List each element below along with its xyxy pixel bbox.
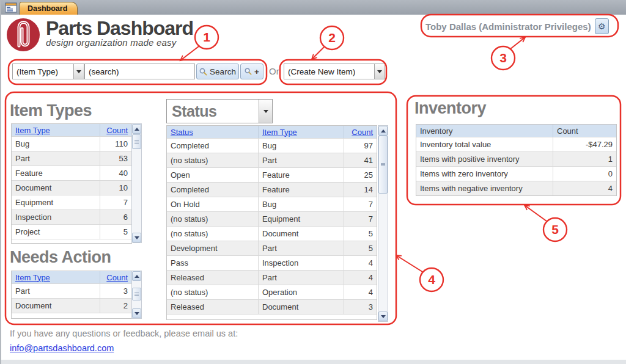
table-cell: Part [12, 284, 100, 298]
app-tagline: design organization made easy [46, 37, 193, 48]
inventory-table: InventoryCountInventory total value-$47.… [416, 124, 617, 196]
window-bottom-edge [1, 360, 626, 364]
table-cell: 110 [100, 137, 131, 151]
advanced-search-button[interactable]: + [240, 64, 263, 79]
svg-text:2: 2 [328, 31, 336, 45]
table-cell: Document [259, 300, 344, 314]
table-row: CompletedFeature14 [167, 182, 377, 197]
table-row: Items with positive inventory1 [416, 151, 616, 166]
scrollbar-thumb[interactable] [378, 136, 388, 194]
column-header: Inventory [416, 125, 553, 137]
arrow-down-icon [381, 315, 386, 318]
scroll-up-button[interactable] [378, 126, 388, 136]
table-cell: Document [12, 181, 100, 195]
app-logo: Parts Dashboard design organization made… [6, 18, 193, 52]
inventory-title: Inventory [414, 99, 486, 118]
item-type-dropdown-button[interactable] [73, 64, 84, 79]
table-cell: Equipment [12, 195, 100, 209]
item-types-scrollbar[interactable] [131, 123, 142, 243]
table-row: Part3 [12, 283, 131, 298]
scroll-up-button[interactable] [132, 124, 141, 134]
or-label: Or [269, 66, 279, 76]
scroll-down-button[interactable] [132, 233, 141, 242]
annotation-circle-2: 2 [320, 26, 344, 49]
status-view-value: Status [167, 103, 259, 120]
contact-email-link[interactable]: info@partsdashboard.com [10, 343, 114, 353]
table-cell: 3 [100, 284, 131, 298]
table-cell: Part [259, 271, 344, 285]
status-view-selector[interactable]: Status [166, 99, 273, 123]
table-cell: 40 [100, 166, 131, 180]
table-cell: Feature [259, 183, 344, 197]
table-cell: On Hold [167, 197, 259, 211]
table-cell: (no status) [167, 153, 259, 167]
tab-bar: Dashboard [1, 0, 626, 15]
column-header[interactable]: Item Type [12, 124, 100, 136]
table-row: ReleasedDocument3 [167, 299, 377, 314]
table-header-row: StatusItem TypeCount [167, 126, 377, 138]
table-row: (no status)Equipment7 [167, 211, 377, 226]
table-row: Feature40 [12, 166, 131, 180]
search-button[interactable]: Search [196, 64, 239, 79]
table-cell: 7 [100, 195, 131, 209]
scroll-down-button[interactable] [132, 308, 141, 318]
table-cell: Feature [12, 166, 100, 180]
create-new-item-dropdown-button[interactable] [374, 64, 385, 79]
scrollbar-thumb[interactable] [132, 134, 141, 149]
table-cell: 3 [344, 300, 377, 314]
table-cell: (no status) [167, 212, 259, 226]
search-icon [199, 68, 207, 76]
table-row: Items with negative inventory4 [416, 181, 616, 195]
column-header[interactable]: Count [100, 124, 131, 136]
annotation-arrow-4 [396, 255, 422, 272]
user-name-label: Toby Dallas (Administrator Privileges) [425, 21, 591, 32]
tab-dashboard[interactable]: Dashboard [20, 2, 78, 15]
table-cell: Development [167, 241, 259, 255]
scrollbar-track[interactable] [378, 136, 388, 311]
column-header[interactable]: Item Type [259, 126, 344, 138]
item-type-selector[interactable]: (Item Type) [12, 64, 84, 79]
svg-text:4: 4 [428, 272, 435, 286]
scroll-up-button[interactable] [132, 271, 141, 281]
column-header[interactable]: Item Type [12, 271, 100, 283]
table-row: Inspection6 [12, 209, 131, 224]
table-cell: 6 [100, 210, 131, 224]
table-row: Items with zero inventory0 [416, 166, 616, 181]
settings-button[interactable]: ⚙ [595, 18, 609, 34]
scrollbar-track[interactable] [132, 281, 141, 308]
create-new-item-selector[interactable]: (Create New Item) [284, 64, 385, 79]
table-cell: 2 [100, 299, 131, 313]
table-row: Inventory total value-$47.29 [416, 137, 616, 151]
annotation-circle-4: 4 [420, 268, 443, 291]
status-scrollbar[interactable] [378, 125, 388, 322]
table-cell: 7 [344, 197, 377, 211]
table-cell: Project [12, 225, 100, 239]
scrollbar-track[interactable] [132, 134, 141, 233]
annotation-circle-1: 1 [195, 26, 218, 49]
table-cell: 5 [344, 241, 377, 255]
table-row: On HoldBug7 [167, 197, 377, 211]
annotation-arrow-3 [510, 37, 525, 49]
table-cell: 41 [344, 153, 377, 167]
table-row: Bug110 [12, 136, 131, 151]
scrollbar-thumb[interactable] [132, 288, 141, 300]
search-button-label: Search [210, 67, 236, 76]
needs-action-scrollbar[interactable] [131, 271, 142, 319]
table-cell: 14 [344, 183, 377, 197]
table-row: Project5 [12, 224, 131, 239]
search-input[interactable] [84, 64, 195, 79]
table-row: (no status)Document5 [167, 226, 377, 241]
table-cell: Items with negative inventory [416, 181, 553, 195]
gear-icon: ⚙ [598, 21, 606, 31]
column-header[interactable]: Status [167, 126, 259, 138]
paperclip-logo-icon [6, 18, 40, 52]
app-title: Parts Dashboard [46, 18, 193, 38]
column-header[interactable]: Count [344, 126, 377, 138]
table-cell: 10 [100, 181, 131, 195]
column-header[interactable]: Count [100, 271, 131, 283]
scroll-down-button[interactable] [378, 311, 388, 321]
create-new-item-value: (Create New Item) [284, 67, 374, 76]
status-view-dropdown-button[interactable] [259, 100, 272, 123]
arrow-down-icon [134, 236, 139, 239]
status-table: StatusItem TypeCountCompletedBug97(no st… [166, 125, 377, 320]
